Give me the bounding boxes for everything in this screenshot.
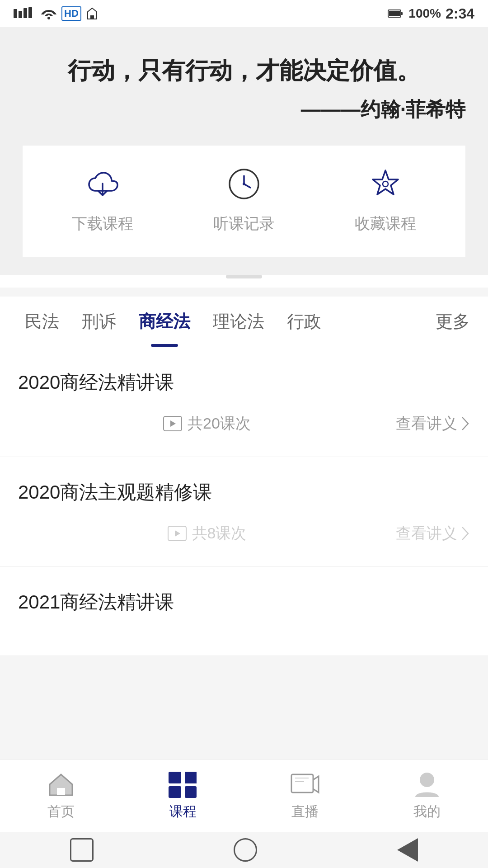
course-list: 2020商经法精讲课 共20课次 查看讲义 2020商法主观题精修课 <box>0 347 488 656</box>
course-meta-1: 共20课次 查看讲义 <box>18 413 470 434</box>
course-item-2: 2020商法主观题精修课 共8课次 查看讲义 <box>0 457 488 567</box>
nav-live-label: 直播 <box>291 802 319 821</box>
svg-rect-7 <box>401 12 403 15</box>
quick-action-history[interactable]: 听课记录 <box>213 164 275 234</box>
hero-quote: 行动，只有行动，才能决定价值。 <box>23 54 465 87</box>
history-label: 听课记录 <box>213 213 275 234</box>
svg-rect-8 <box>389 11 400 16</box>
tab-minfa[interactable]: 民法 <box>14 297 70 347</box>
status-bar: HD 100% 2:34 <box>0 0 488 27</box>
android-back-triangle[interactable] <box>397 838 418 862</box>
svg-rect-22 <box>169 786 181 798</box>
svg-point-4 <box>47 17 50 19</box>
course-count-1: 共20课次 <box>18 413 396 434</box>
nav-mine[interactable]: 我的 <box>366 762 488 830</box>
svg-marker-21 <box>185 772 197 783</box>
live-icon <box>289 771 321 798</box>
android-home-circle[interactable] <box>234 838 257 862</box>
svg-rect-5 <box>90 15 94 19</box>
course-item-1: 2020商经法精讲课 共20课次 查看讲义 <box>0 347 488 457</box>
favorite-label: 收藏课程 <box>355 213 416 234</box>
svg-rect-3 <box>28 7 32 18</box>
course-link-1[interactable]: 查看讲义 <box>396 413 470 434</box>
svg-rect-24 <box>291 774 313 793</box>
svg-marker-18 <box>175 530 180 537</box>
download-cloud-icon <box>82 164 123 204</box>
download-label: 下载课程 <box>72 213 133 234</box>
scroll-indicator <box>0 275 488 288</box>
course-icon <box>167 771 199 798</box>
status-left: HD <box>14 6 99 21</box>
bottom-nav: 首页 课程 直播 <box>0 760 488 832</box>
tab-xing[interactable]: 行政 <box>276 297 333 347</box>
svg-rect-2 <box>23 8 27 18</box>
quick-action-download[interactable]: 下载课程 <box>72 164 133 234</box>
tab-lilunfa[interactable]: 理论法 <box>202 297 276 347</box>
nav-home[interactable]: 首页 <box>0 762 122 830</box>
tab-xingsu[interactable]: 刑诉 <box>70 297 127 347</box>
clock-icon <box>224 164 264 204</box>
course-title-1: 2020商经法精讲课 <box>18 370 470 395</box>
mine-icon <box>411 771 443 798</box>
svg-marker-16 <box>170 420 176 427</box>
svg-rect-0 <box>14 9 17 18</box>
course-title-2: 2020商法主观题精修课 <box>18 480 470 505</box>
quick-actions: 下载课程 听课记录 收藏课程 <box>23 146 465 257</box>
nav-live[interactable]: 直播 <box>244 762 366 830</box>
tab-shangjingfa[interactable]: 商经法 <box>127 297 202 347</box>
hero-banner: 行动，只有行动，才能决定价值。 ———约翰·菲希特 下载课程 <box>0 27 488 275</box>
category-tabs: 民法 刑诉 商经法 理论法 行政 更多 <box>0 297 488 347</box>
nav-course-label: 课程 <box>169 802 197 821</box>
status-hd: HD <box>61 6 81 21</box>
svg-rect-1 <box>19 11 22 18</box>
svg-rect-20 <box>169 772 181 783</box>
hero-author: ———约翰·菲希特 <box>23 96 465 123</box>
course-title-3: 2021商经法精讲课 <box>18 590 470 615</box>
course-link-2[interactable]: 查看讲义 <box>396 523 470 544</box>
status-right: 100% 2:34 <box>388 5 474 22</box>
quick-action-favorite[interactable]: 收藏课程 <box>355 164 416 234</box>
time: 2:34 <box>446 5 474 22</box>
svg-rect-19 <box>57 788 65 795</box>
star-icon <box>365 164 406 204</box>
svg-point-14 <box>383 181 388 187</box>
android-back-square[interactable] <box>70 838 94 862</box>
svg-point-13 <box>243 183 245 185</box>
svg-point-27 <box>420 773 434 787</box>
tab-more[interactable]: 更多 <box>431 297 474 347</box>
nav-home-label: 首页 <box>47 802 75 821</box>
svg-rect-23 <box>185 786 197 798</box>
battery-percent: 100% <box>408 6 441 21</box>
course-meta-2: 共8课次 查看讲义 <box>18 523 470 544</box>
course-count-2: 共8课次 <box>18 523 396 544</box>
android-nav <box>0 832 488 868</box>
scroll-dot <box>226 275 262 278</box>
course-item-3: 2021商经法精讲课 <box>0 567 488 656</box>
nav-course[interactable]: 课程 <box>122 762 244 830</box>
home-icon <box>45 771 77 798</box>
nav-mine-label: 我的 <box>413 802 441 821</box>
